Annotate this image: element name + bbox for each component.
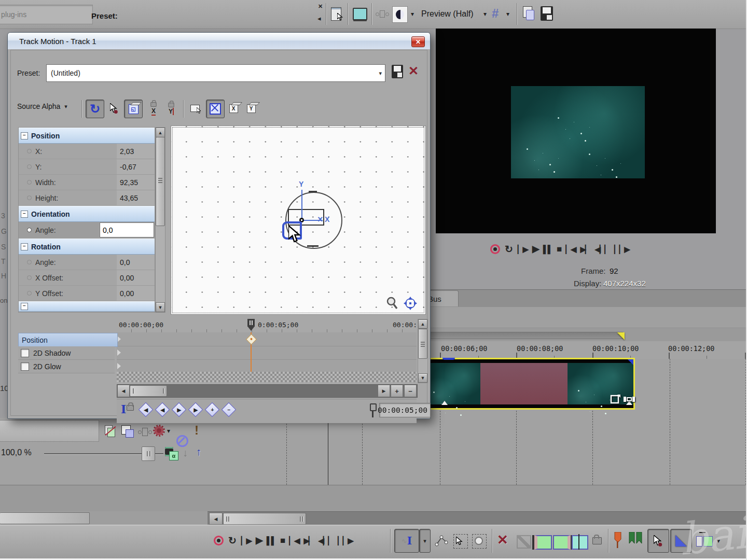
canvas-zoom-icon[interactable] <box>386 297 398 310</box>
preview-pane-close[interactable]: ✕ <box>318 3 323 10</box>
delete-preset-icon[interactable]: ✕ <box>408 64 419 78</box>
property-row[interactable]: Width: 92,35 <box>19 175 155 190</box>
previous-keyframe-button[interactable]: ◀ <box>155 402 170 417</box>
kf-h-scrollbar[interactable]: ◀ ▶ + − <box>117 384 418 398</box>
edit-in-object-space-button[interactable]: ◱ <box>124 100 143 118</box>
selection-edit-tool-icon[interactable] <box>453 534 468 549</box>
prevent-scaling-x-button[interactable]: X <box>225 100 242 117</box>
scrollbar-thumb[interactable] <box>130 385 167 397</box>
next-frame-button[interactable]: ▏▏▶ <box>338 537 353 544</box>
go-to-start-button[interactable]: ▏◀ <box>565 245 575 253</box>
scroll-left-button[interactable]: ◀ <box>117 385 130 397</box>
source-alpha-dropdown[interactable]: Source Alpha ▾ <box>17 102 67 110</box>
track-fx-gear-icon[interactable] <box>155 426 163 435</box>
collapse-icon[interactable]: − <box>21 132 28 139</box>
zoom-in-button[interactable]: + <box>391 385 403 397</box>
track-name-field[interactable] <box>0 420 99 442</box>
track-fx-dropdown[interactable]: ▾ <box>167 427 170 435</box>
motion-canvas[interactable]: Y × X <box>171 125 426 315</box>
copy-snapshot-icon[interactable] <box>523 6 536 22</box>
edit-tool-button[interactable]: ∿I <box>394 529 419 553</box>
collapse-icon[interactable]: − <box>21 211 28 218</box>
play-from-start-button[interactable]: ▏▶ <box>241 537 251 544</box>
property-row[interactable]: Angle: 0,0 <box>19 255 155 270</box>
preview-pane-collapse[interactable]: ◂ <box>317 15 321 22</box>
record-button[interactable] <box>214 536 224 545</box>
dialog-close-button[interactable]: ✕ <box>411 36 425 47</box>
main-time-ruler[interactable]: 00:00:06;00 00:00:08;00 00:00:10;00 00:0… <box>423 341 747 360</box>
play-from-start-button[interactable]: ▏▶ <box>518 245 528 253</box>
lock-cursor-icon[interactable]: I <box>121 403 134 415</box>
prevent-scaling-y-button[interactable]: Y <box>242 100 260 117</box>
circle-top-handle[interactable] <box>309 191 317 192</box>
dialog-titlebar[interactable]: Track Motion - Track 1 <box>8 33 430 49</box>
insert-marker-icon[interactable] <box>613 532 622 549</box>
kf-row-2d-glow[interactable]: 2D Glow <box>18 360 115 373</box>
timeline-h-scrollbar[interactable]: ◀ <box>208 511 747 525</box>
go-to-start-button[interactable]: ▏◀ <box>289 537 299 544</box>
scroll-down-button[interactable]: ▼ <box>418 373 427 383</box>
property-row[interactable]: Y Offset: 0,00 <box>19 286 155 301</box>
enable-rotation-button[interactable]: ↻ <box>86 100 104 118</box>
scroll-up-button[interactable]: ▲ <box>418 319 427 329</box>
lock-aspect-ratio-button[interactable] <box>187 100 205 117</box>
lock-event-icon[interactable] <box>592 537 602 544</box>
record-button[interactable] <box>490 244 500 254</box>
mute-button[interactable] <box>176 435 188 447</box>
save-preset-icon[interactable] <box>392 65 403 78</box>
split-screen-view-icon[interactable] <box>392 6 408 23</box>
property-row[interactable]: X Offset: 0,00 <box>19 270 155 286</box>
checkbox-2d-shadow[interactable] <box>21 349 29 357</box>
split-screen-icon[interactable] <box>375 7 390 21</box>
preview-quality-arrow[interactable]: ▾ <box>483 10 487 18</box>
video-event[interactable] <box>426 358 635 410</box>
preview-quality-dropdown[interactable]: Preview (Half) <box>421 9 473 19</box>
play-button[interactable]: ▶ <box>532 244 538 254</box>
track-phase-icon[interactable] <box>137 426 153 438</box>
enable-snapping-button[interactable] <box>105 100 123 117</box>
kf-track-rows[interactable] <box>117 332 417 372</box>
zoom-out-button[interactable]: − <box>404 385 417 397</box>
section-header-clipped[interactable]: − <box>19 301 155 312</box>
grid-overlay-icon[interactable]: # <box>492 6 499 21</box>
property-value[interactable]: 43,65 <box>117 190 155 205</box>
next-frame-button[interactable]: ▏▏▶ <box>614 245 629 253</box>
collapse-icon[interactable]: − <box>21 303 28 310</box>
kf-v-scrollbar[interactable]: ▲ ▼ <box>418 319 428 383</box>
next-keyframe-button[interactable]: ▶ <box>172 402 186 417</box>
section-header-position[interactable]: − Position <box>19 128 155 144</box>
split-screen-dropdown[interactable]: ▾ <box>411 10 414 18</box>
property-value[interactable]: 0,00 <box>117 286 155 301</box>
pause-button[interactable]: ▌▌ <box>543 245 552 253</box>
scrollbar-thumb[interactable] <box>156 137 165 226</box>
property-value[interactable]: 0,00 <box>117 270 155 285</box>
event-track-motion-icon[interactable] <box>623 394 635 405</box>
section-header-orientation[interactable]: − Orientation <box>19 206 155 222</box>
property-row[interactable]: Y: -0,67 <box>19 159 155 175</box>
prevent-movement-y-button[interactable]: Y <box>162 100 180 117</box>
go-to-end-button[interactable]: ▶▏ <box>580 245 590 253</box>
save-snapshot-icon[interactable] <box>541 6 553 21</box>
previous-frame-button[interactable]: ◀▏▏ <box>595 245 610 253</box>
normal-edit-tool-button[interactable] <box>647 529 669 553</box>
track-list-scrollbar[interactable] <box>0 511 208 525</box>
search-plugins-input[interactable] <box>0 5 93 24</box>
loop-playback-button[interactable]: ↻ <box>505 244 513 254</box>
insert-keyframe-button[interactable]: + <box>205 402 219 417</box>
sync-cursor-icon[interactable] <box>370 403 375 417</box>
kf-row-2d-shadow[interactable]: 2D Shadow <box>18 346 115 360</box>
make-compositing-parent-icon[interactable]: ↑ <box>196 446 201 458</box>
scroll-left-button[interactable]: ◀ <box>209 513 223 525</box>
delete-button[interactable]: ✕ <box>497 532 508 548</box>
track-motion-button[interactable] <box>120 424 135 439</box>
scroll-right-button[interactable]: ▶ <box>378 385 390 397</box>
event-corner-handle[interactable] <box>628 359 633 365</box>
insert-region-icon[interactable] <box>629 532 642 548</box>
marker-bar[interactable] <box>423 329 747 341</box>
keyframe-time-display[interactable]: 00:00:05;00 <box>379 403 431 417</box>
zoom-edit-tool-icon[interactable] <box>472 534 487 549</box>
section-header-rotation[interactable]: − Rotation <box>19 239 155 255</box>
loop-region-end-marker[interactable] <box>617 332 625 340</box>
scrollbar-thumb[interactable] <box>418 329 427 359</box>
scroll-down-button[interactable]: ▼ <box>156 302 165 312</box>
